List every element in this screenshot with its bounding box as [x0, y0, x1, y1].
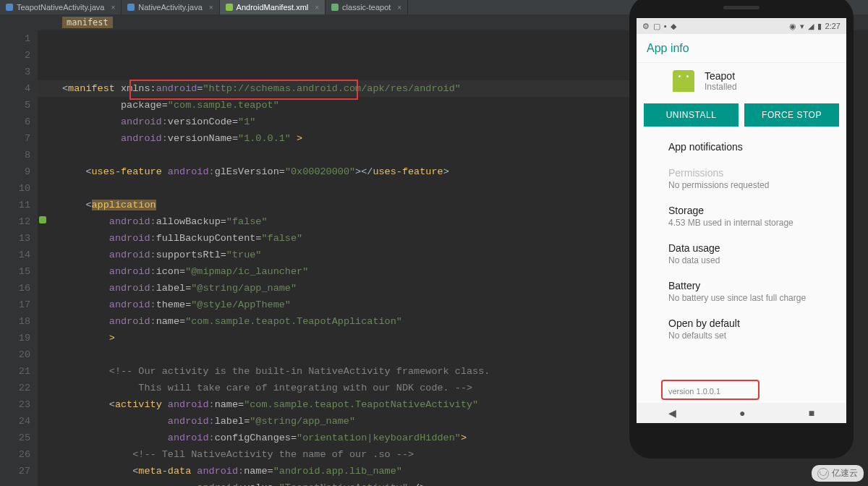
watermark: 亿速云 — [812, 465, 864, 482]
device-mockup: ⚙ ▢ ▪ ◆ ◉ ▾ ◢ ▮ 2:27 App info Teapot Ins… — [629, 0, 854, 459]
wifi-icon: ▾ — [800, 22, 804, 31]
settings-row-battery[interactable]: Battery No battery use since last full c… — [637, 273, 846, 310]
action-buttons: UNINSTALL FORCE STOP — [637, 99, 846, 131]
tab-android-manifest[interactable]: AndroidManifest.xml × — [220, 0, 326, 14]
xml-file-icon — [226, 4, 233, 11]
settings-row-notifications[interactable]: App notifications — [637, 134, 846, 160]
android-navbar: ◀ ● ■ — [637, 403, 846, 423]
watermark-text: 亿速云 — [832, 467, 858, 479]
java-file-icon — [127, 4, 135, 11]
close-icon[interactable]: × — [209, 4, 213, 12]
location-icon: ◉ — [789, 22, 796, 31]
tab-label: NativeActivity.java — [138, 3, 202, 12]
settings-row-permissions[interactable]: Permissions No permissions requested — [637, 160, 846, 197]
uninstall-button[interactable]: UNINSTALL — [644, 103, 739, 127]
phone-speaker — [723, 6, 760, 9]
text-file-icon — [331, 4, 339, 11]
gutter-android-icon — [39, 216, 46, 223]
app-header: Teapot Installed — [637, 63, 846, 99]
status-bar: ⚙ ▢ ▪ ◆ ◉ ▾ ◢ ▮ 2:27 — [637, 18, 846, 34]
tab-native-activity[interactable]: NativeActivity.java × — [122, 0, 219, 14]
line-gutter: 1 2 3 4 5 6 7 8 9 10 11 12 13 14 15 16 1… — [0, 30, 38, 486]
cloud-icon — [817, 468, 829, 479]
nav-home-icon[interactable]: ● — [739, 407, 745, 419]
force-stop-button[interactable]: FORCE STOP — [744, 103, 839, 127]
tab-label: TeapotNativeActivity.java — [17, 3, 104, 12]
square-icon: ▢ — [653, 22, 660, 31]
signal-icon: ◢ — [808, 22, 814, 31]
settings-list: App notifications Permissions No permiss… — [637, 131, 846, 351]
tab-label: classic-teapot — [342, 3, 391, 12]
app-install-status: Installed — [705, 82, 737, 92]
close-icon[interactable]: × — [111, 4, 115, 12]
phone-screen: ⚙ ▢ ▪ ◆ ◉ ▾ ◢ ▮ 2:27 App info Teapot Ins… — [637, 18, 846, 423]
settings-row-data-usage[interactable]: Data usage No data used — [637, 235, 846, 273]
close-icon[interactable]: × — [397, 4, 401, 12]
java-file-icon — [6, 4, 13, 11]
app-name: Teapot — [705, 70, 737, 82]
android-app-icon — [673, 70, 694, 92]
nav-recent-icon[interactable]: ■ — [809, 407, 814, 419]
app-bar-title: App info — [647, 42, 689, 55]
breadcrumb-item[interactable]: manifest — [62, 17, 113, 28]
nav-back-icon[interactable]: ◀ — [668, 407, 676, 419]
tab-label: AndroidManifest.xml — [237, 3, 309, 12]
settings-row-storage[interactable]: Storage 4.53 MB used in internal storage — [637, 197, 846, 235]
battery-icon: ▮ — [817, 22, 822, 31]
app-bar: App info — [637, 34, 846, 63]
gear-icon: ⚙ — [642, 22, 650, 31]
code-content[interactable]: <manifest xmlns:android="http://schemas.… — [38, 30, 490, 486]
clock: 2:27 — [825, 22, 841, 30]
settings-row-open-default[interactable]: Open by default No defaults set — [637, 310, 846, 348]
app-icon: ▪ — [664, 22, 667, 30]
tab-classic-teapot[interactable]: classic-teapot × — [326, 0, 408, 14]
android-icon: ◆ — [671, 22, 676, 31]
close-icon[interactable]: × — [315, 4, 319, 12]
tab-teapot-native-activity[interactable]: TeapotNativeActivity.java × — [0, 0, 122, 14]
version-text: version 1.0.0.1 — [668, 387, 720, 396]
